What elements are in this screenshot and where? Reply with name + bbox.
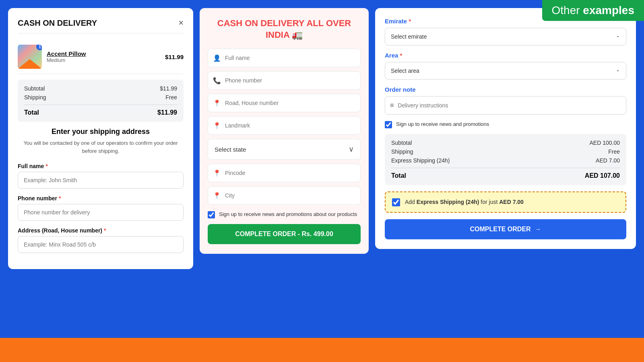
badge-text-normal: Other: [552, 4, 583, 16]
total-value: $11.99: [157, 109, 177, 116]
india-road-input[interactable]: [225, 94, 355, 112]
fullname-input[interactable]: [18, 172, 184, 189]
india-pincode-input[interactable]: [225, 164, 355, 182]
other-examples-badge: Other examples: [542, 0, 644, 21]
person-icon: 👤: [213, 54, 221, 62]
india-phone-input[interactable]: [225, 72, 355, 89]
uae-complete-order-label: COMPLETE ORDER: [470, 226, 530, 233]
india-fullname-input[interactable]: [225, 49, 355, 67]
uae-signup-text: Sign up to receive news and promotions: [396, 120, 489, 128]
express-shipping-text: Add Express Shipping (24h) for just AED …: [405, 198, 524, 206]
india-city-field: 📍: [208, 186, 361, 205]
uae-subtotal-label: Subtotal: [391, 140, 412, 146]
express-shipping-box: Add Express Shipping (24h) for just AED …: [385, 191, 626, 213]
required-star-phone: *: [59, 195, 61, 202]
uae-express-row: Express Shipping (24h) AED 7.00: [391, 157, 620, 164]
uae-shipping-label: Shipping: [391, 148, 413, 155]
location-icon-landmark: 📍: [213, 122, 221, 130]
shipping-label: Shipping: [24, 94, 46, 101]
panel1-header: CASH ON DELIVERY ×: [18, 18, 184, 33]
emirate-select[interactable]: Select emirate: [385, 28, 626, 45]
phone-input[interactable]: [18, 204, 184, 221]
shipping-form-title: Enter your shipping address: [18, 128, 184, 136]
india-fullname-field: 👤: [208, 49, 361, 67]
india-phone-field: 📞: [208, 71, 361, 90]
uae-total-label: Total: [391, 172, 406, 179]
arrow-icon: →: [535, 226, 541, 233]
total-row: Total $11.99: [24, 105, 177, 116]
india-landmark-field: 📍: [208, 116, 361, 135]
india-city-input[interactable]: [225, 187, 355, 204]
india-signup-row: Sign up to receive news and promotions a…: [208, 210, 361, 218]
close-button[interactable]: ×: [178, 18, 184, 28]
product-info: Accent Pillow Medium: [47, 50, 160, 63]
required-star: *: [45, 163, 47, 169]
uae-total-value: AED 107.00: [585, 172, 620, 179]
panel1-title: CASH ON DELIVERY: [18, 19, 97, 28]
phone-group: Phone number *: [18, 195, 184, 221]
list-icon: ≡: [390, 102, 394, 109]
shipping-row: Shipping Free: [24, 94, 177, 101]
cod-panel: CASH ON DELIVERY × 1 Accent Pillow Mediu…: [8, 8, 193, 269]
india-panel-title: CASH ON DELIVERY ALL OVER INDIA 🚛: [208, 18, 361, 41]
location-icon-pin: 📍: [213, 169, 221, 177]
shipping-form-subtitle: You will be contacted by one of our oper…: [18, 139, 184, 155]
location-icon-city: 📍: [213, 192, 221, 200]
india-complete-order-button[interactable]: COMPLETE ORDER - Rs. 499.00: [208, 224, 361, 244]
product-image: 1: [18, 45, 42, 69]
india-signup-checkbox[interactable]: [208, 211, 215, 218]
india-pincode-field: 📍: [208, 164, 361, 182]
product-variant: Medium: [47, 57, 160, 63]
address-group: Address (Road, House number) *: [18, 227, 184, 253]
location-icon-road: 📍: [213, 99, 221, 107]
uae-express-label: Express Shipping (24h): [391, 157, 450, 164]
total-label: Total: [24, 109, 39, 116]
uae-express-value: AED 7.00: [596, 157, 620, 164]
address-input[interactable]: [18, 236, 184, 253]
address-label: Address (Road, House number) *: [18, 227, 184, 234]
uae-subtotal-row: Subtotal AED 100.00: [391, 140, 620, 146]
required-star-addr: *: [104, 227, 106, 234]
uae-signup-checkbox[interactable]: [385, 121, 392, 128]
phone-label: Phone number *: [18, 195, 184, 202]
india-landmark-input[interactable]: [225, 117, 355, 134]
india-road-field: 📍: [208, 94, 361, 112]
fullname-group: Full name *: [18, 163, 184, 189]
order-note-label: Order note: [385, 86, 626, 93]
product-price: $11.99: [165, 53, 184, 60]
area-select[interactable]: Select area: [385, 62, 626, 80]
product-name: Accent Pillow: [47, 50, 160, 57]
uae-complete-order-button[interactable]: COMPLETE ORDER →: [385, 219, 626, 239]
india-signup-text: Sign up to receive news and promotions a…: [219, 210, 357, 218]
state-select-label: Select state: [215, 146, 349, 153]
product-badge: 1: [36, 45, 42, 50]
uae-shipping-value: Free: [608, 148, 620, 155]
subtotal-value: $11.99: [160, 85, 177, 92]
express-shipping-checkbox[interactable]: [392, 198, 400, 206]
uae-total-row: Total AED 107.00: [391, 168, 620, 179]
badge-text-bold: examples: [583, 4, 634, 16]
area-label: Area *: [385, 52, 626, 59]
phone-icon: 📞: [213, 77, 221, 84]
uae-subtotal-value: AED 100.00: [590, 140, 620, 146]
subtotal-row: Subtotal $11.99: [24, 85, 177, 92]
delivery-instructions-input[interactable]: [398, 97, 621, 114]
shipping-value: Free: [165, 94, 177, 101]
uae-shipping-row: Shipping Free: [391, 148, 620, 155]
order-note-row: ≡: [385, 96, 626, 115]
uae-cod-panel: Emirate * Select emirate Area * Select a…: [375, 8, 636, 249]
india-cod-panel: CASH ON DELIVERY ALL OVER INDIA 🚛 👤 📞 📍 …: [200, 8, 369, 254]
chevron-down-icon: ∨: [349, 145, 354, 154]
fullname-label: Full name *: [18, 163, 184, 169]
product-row: 1 Accent Pillow Medium $11.99: [18, 40, 184, 74]
order-summary: Subtotal $11.99 Shipping Free Total $11.…: [18, 80, 184, 122]
state-select-row[interactable]: Select state ∨: [208, 139, 361, 160]
subtotal-label: Subtotal: [24, 85, 45, 92]
uae-signup-row: Sign up to receive news and promotions: [385, 120, 626, 128]
uae-order-summary: Subtotal AED 100.00 Shipping Free Expres…: [385, 134, 626, 185]
